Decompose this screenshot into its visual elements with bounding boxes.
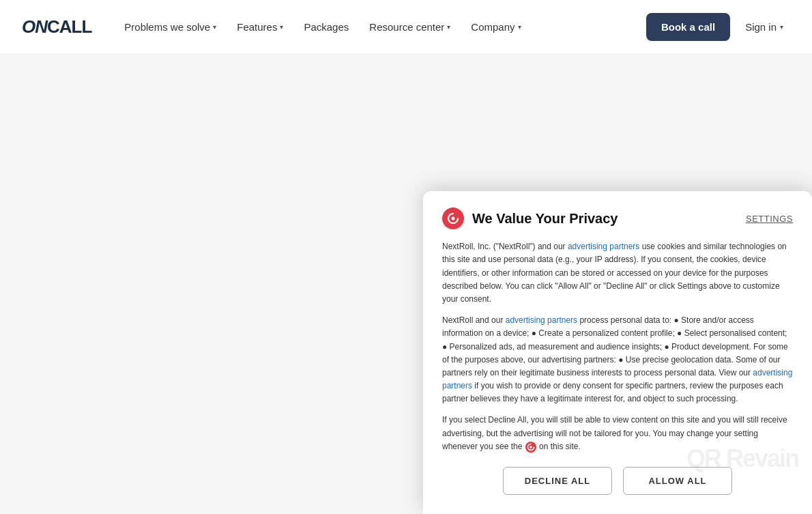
swirl-icon xyxy=(446,212,460,225)
advertising-partners-link-1[interactable]: advertising partners xyxy=(568,242,639,251)
nav-packages-label: Packages xyxy=(304,21,349,33)
book-call-button[interactable]: Book a call xyxy=(646,13,730,41)
privacy-modal: We Value Your Privacy SETTINGS NextRoll,… xyxy=(423,191,812,514)
allow-all-button[interactable]: ALLOW ALL xyxy=(623,467,732,495)
privacy-paragraph-3: If you select Decline All, you will stil… xyxy=(442,414,793,453)
logo-text: ONCALL xyxy=(22,16,91,38)
chevron-down-icon: ▾ xyxy=(447,23,450,31)
nav-right: Book a call Sign in ▾ xyxy=(646,13,790,41)
decline-all-button[interactable]: DECLINE ALL xyxy=(503,467,612,495)
nextroll-inline-icon xyxy=(525,441,537,453)
nav-company[interactable]: Company ▾ xyxy=(463,16,529,38)
privacy-paragraph-2: NextRoll and our advertising partners pr… xyxy=(442,314,793,405)
chevron-down-icon: ▾ xyxy=(280,23,283,31)
sign-in-label: Sign in xyxy=(745,21,777,33)
advertising-partners-link-2[interactable]: advertising partners xyxy=(506,315,577,325)
chevron-down-icon: ▾ xyxy=(518,23,521,31)
nav-company-label: Company xyxy=(471,21,514,33)
privacy-icon xyxy=(442,208,464,229)
sign-in-button[interactable]: Sign in ▾ xyxy=(738,16,790,38)
svg-point-2 xyxy=(530,446,532,448)
main-content: We Value Your Privacy SETTINGS NextRoll,… xyxy=(0,55,812,514)
chevron-down-icon: ▾ xyxy=(780,23,783,31)
nav-resource-center[interactable]: Resource center ▾ xyxy=(361,16,459,38)
nav-links: Problems we solve ▾ Features ▾ Packages … xyxy=(116,16,646,38)
nav-features[interactable]: Features ▾ xyxy=(229,16,291,38)
modal-title: We Value Your Privacy xyxy=(472,211,618,227)
nav-features-label: Features xyxy=(237,21,277,33)
svg-point-0 xyxy=(452,217,455,220)
modal-body: NextRoll, Inc. ("NextRoll") and our adve… xyxy=(442,240,793,453)
nav-resource-center-label: Resource center xyxy=(369,21,444,33)
modal-title-row: We Value Your Privacy xyxy=(442,208,618,229)
modal-footer: DECLINE ALL ALLOW ALL xyxy=(442,467,793,495)
advertising-partners-link-3[interactable]: advertising partners xyxy=(442,368,792,390)
nav-problems[interactable]: Problems we solve ▾ xyxy=(116,16,224,38)
modal-backdrop: We Value Your Privacy SETTINGS NextRoll,… xyxy=(0,55,812,514)
nav-problems-label: Problems we solve xyxy=(124,21,210,33)
chevron-down-icon: ▾ xyxy=(213,23,216,31)
privacy-paragraph-1: NextRoll, Inc. ("NextRoll") and our adve… xyxy=(442,240,793,306)
settings-link[interactable]: SETTINGS xyxy=(746,214,793,224)
modal-header: We Value Your Privacy SETTINGS xyxy=(442,208,793,229)
nav-packages[interactable]: Packages xyxy=(295,16,357,38)
navbar: ONCALL Problems we solve ▾ Features ▾ Pa… xyxy=(0,0,812,55)
logo[interactable]: ONCALL xyxy=(22,16,91,38)
